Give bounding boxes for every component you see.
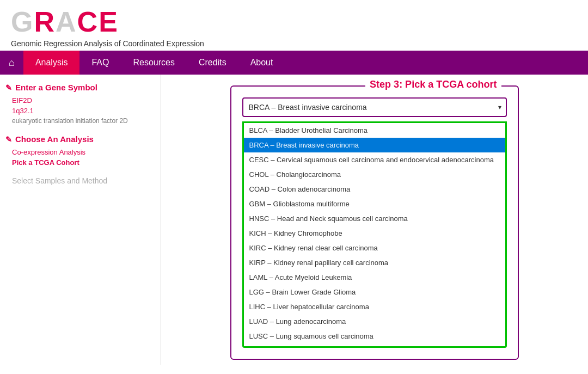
main-nav: ⌂ Analysis FAQ Resources Credits About (0, 51, 588, 75)
app-subtitle: Genomic Regression Analysis of Coordinat… (11, 39, 577, 48)
sidebar-analysis-label: Choose An Analysis (15, 134, 94, 144)
cohort-dropdown-list: BLCA – Bladder Urothelial CarcinomaBRCA … (242, 121, 507, 348)
main-content: Step 3: Pick a TCGA cohort BLCA – Bladde… (161, 75, 588, 365)
dropdown-item-gbm[interactable]: GBM – Glioblastoma multiforme (244, 197, 505, 211)
dropdown-item-luad[interactable]: LUAD – Lung adenocarcinoma (244, 314, 505, 329)
nav-item-credits[interactable]: Credits (187, 51, 238, 75)
dropdown-item-lihc[interactable]: LIHC – Liver hepatocellular carcinoma (244, 299, 505, 314)
dropdown-item-kich[interactable]: KICH – Kidney Chromophobe (244, 226, 505, 241)
sidebar-section-gene: ✎ Enter a Gene Symbol EIF2D 1q32.1 eukar… (5, 83, 155, 125)
nav-item-analysis[interactable]: Analysis (23, 51, 80, 75)
sidebar: ✎ Enter a Gene Symbol EIF2D 1q32.1 eukar… (0, 75, 161, 365)
logo-letter-r: R (34, 6, 56, 38)
logo-letter-c: C (77, 6, 99, 38)
dropdown-item-laml[interactable]: LAML – Acute Myeloid Leukemia (244, 270, 505, 285)
logo-text: GRACE (11, 5, 119, 38)
sidebar-coexpression[interactable]: Co-expression Analysis (12, 148, 155, 156)
step3-box: Step 3: Pick a TCGA cohort BLCA – Bladde… (230, 85, 519, 360)
dropdown-item-chol[interactable]: CHOL – Cholangiocarcinoma (244, 167, 505, 182)
logo-letter-g: G (11, 6, 34, 38)
main-layout: ✎ Enter a Gene Symbol EIF2D 1q32.1 eukar… (0, 75, 588, 365)
sidebar-samples-label: Select Samples and Method (12, 176, 155, 185)
sidebar-gene-symbol[interactable]: EIF2D (12, 96, 155, 105)
sidebar-gene-fullname: eukaryotic translation initiation factor… (12, 117, 155, 125)
dropdown-item-kirp[interactable]: KIRP – Kidney renal papillary cell carci… (244, 255, 505, 270)
dropdown-item-coad[interactable]: COAD – Colon adenocarcinoma (244, 182, 505, 197)
dropdown-item-hnsc[interactable]: HNSC – Head and Neck squamous cell carci… (244, 211, 505, 226)
cohort-dropdown-scroll[interactable]: BLCA – Bladder Urothelial CarcinomaBRCA … (244, 123, 505, 346)
nav-item-faq[interactable]: FAQ (79, 51, 121, 75)
edit-icon-2: ✎ (5, 135, 12, 144)
dropdown-item-lusc[interactable]: LUSC – Lung squamous cell carcinoma (244, 329, 505, 344)
dropdown-item-brca[interactable]: BRCA – Breast invasive carcinoma (244, 138, 505, 152)
sidebar-gene-label: Enter a Gene Symbol (15, 83, 97, 92)
header: GRACE Genomic Regression Analysis of Coo… (0, 0, 588, 51)
dropdown-item-kirc[interactable]: KIRC – Kidney renal clear cell carcinoma (244, 241, 505, 255)
nav-home-button[interactable]: ⌂ (0, 51, 23, 75)
nav-item-resources[interactable]: Resources (121, 51, 186, 75)
sidebar-section-samples: Select Samples and Method (5, 176, 155, 185)
step3-label: Step 3: Pick a TCGA cohort (365, 79, 501, 90)
dropdown-item-blca[interactable]: BLCA – Bladder Urothelial Carcinoma (244, 123, 505, 138)
dropdown-item-lgg[interactable]: LGG – Brain Lower Grade Glioma (244, 285, 505, 299)
logo-letter-e: E (99, 6, 119, 38)
sidebar-section-analysis: ✎ Choose An Analysis Co-expression Analy… (5, 134, 155, 167)
dropdown-item-cesc[interactable]: CESC – Cervical squamous cell carcinoma … (244, 152, 505, 167)
sidebar-gene-title: ✎ Enter a Gene Symbol (5, 83, 155, 92)
dropdown-item-meso[interactable]: MESO – Mesothelioma (244, 344, 505, 346)
logo-letter-a: A (56, 6, 77, 38)
nav-item-about[interactable]: About (238, 51, 285, 75)
cohort-select[interactable]: BLCA – Bladder Urothelial CarcinomaBRCA … (242, 97, 507, 117)
sidebar-gene-locus[interactable]: 1q32.1 (12, 107, 155, 115)
logo: GRACE (11, 5, 577, 38)
sidebar-analysis-title: ✎ Choose An Analysis (5, 134, 155, 144)
cohort-select-wrapper: BLCA – Bladder Urothelial CarcinomaBRCA … (242, 97, 507, 117)
edit-icon: ✎ (5, 83, 12, 92)
sidebar-pick-cohort[interactable]: Pick a TCGA Cohort (12, 158, 155, 167)
